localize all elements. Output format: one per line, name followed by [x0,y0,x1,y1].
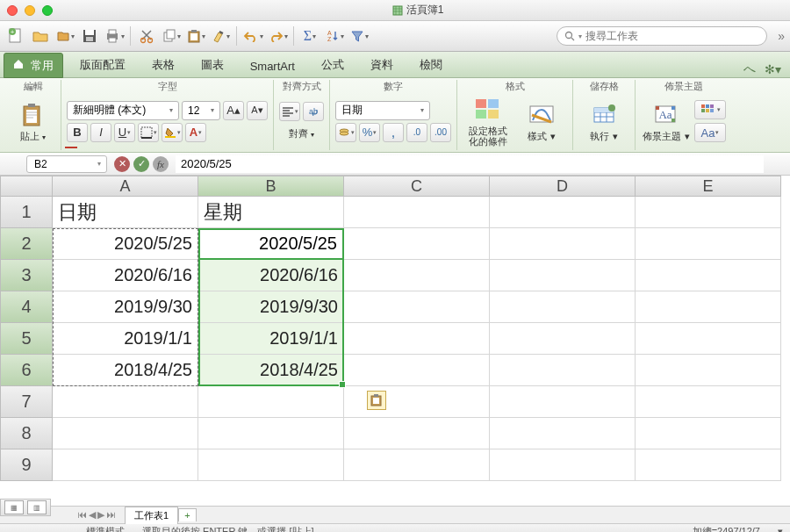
filter-button[interactable] [348,25,370,47]
ribbon-settings-icon[interactable]: ✻▾ [765,62,781,76]
currency-button[interactable] [335,123,356,142]
search-box[interactable]: ▾ [557,26,767,46]
sheet-tab-1[interactable]: 工作表1 [125,507,178,524]
paste-options-button[interactable] [367,391,386,410]
wrap-text-button[interactable]: ab [303,102,324,121]
autosum-button[interactable]: Σ [299,25,320,47]
add-sheet-button[interactable]: + [178,508,196,521]
print-button[interactable] [104,25,125,47]
cell-E7[interactable] [636,386,781,418]
cell-A4[interactable]: 2019/9/30 [53,291,198,323]
cell-A9[interactable] [53,449,198,481]
number-format-combo[interactable]: 日期▾ [335,101,430,120]
cell-B9[interactable] [198,449,344,481]
save-button[interactable] [79,25,100,47]
cell-E6[interactable] [636,355,781,386]
cell-D1[interactable] [490,197,636,228]
cell-C7[interactable] [344,386,490,418]
row-header-4[interactable]: 4 [0,291,53,323]
cell-A2[interactable]: 2020/5/25 [53,228,198,260]
tab-tables[interactable]: 表格 [139,51,188,78]
row-header-3[interactable]: 3 [0,260,53,291]
cell-A1[interactable]: 日期 [53,197,198,228]
cell-C6[interactable] [344,355,490,386]
sheet-nav-first[interactable]: ⏮ [77,509,87,521]
cell-C5[interactable] [344,323,490,355]
font-size-combo[interactable]: 12▾ [182,101,220,120]
row-header-7[interactable]: 7 [0,386,53,418]
percent-button[interactable]: % [359,123,380,142]
themes-button[interactable]: Aa 佈景主題 ▾ [641,99,692,143]
cell-E1[interactable] [636,197,781,228]
underline-button[interactable]: U [114,123,135,142]
search-input[interactable] [585,30,759,42]
cell-C1[interactable] [344,197,490,228]
tab-formulas[interactable]: 公式 [308,51,357,78]
cell-B6[interactable]: 2018/4/25 [198,355,344,386]
theme-fonts-button[interactable]: Aa [694,123,726,142]
undo-button[interactable] [242,25,263,47]
copy-button[interactable] [161,25,182,47]
cell-A5[interactable]: 2019/1/1 [53,323,198,355]
increase-decimal-button[interactable]: .0 [406,123,427,142]
format-painter-button[interactable] [210,25,231,47]
cell-C4[interactable] [344,291,490,323]
cell-C2[interactable] [344,228,490,260]
toolbar-overflow-button[interactable]: » [778,29,785,43]
cell-B5[interactable]: 2019/1/1 [198,323,344,355]
cell-B3[interactable]: 2020/6/16 [198,260,344,291]
styles-button[interactable]: 樣式 ▾ [516,99,567,143]
cell-E4[interactable] [636,291,781,323]
cell-E8[interactable] [636,418,781,449]
tab-smartart[interactable]: SmartArt [237,54,308,78]
increase-font-button[interactable]: A▴ [223,101,244,120]
bold-button[interactable]: B [67,123,88,142]
cell-D7[interactable] [490,386,636,418]
cell-D5[interactable] [490,323,636,355]
comma-button[interactable]: , [383,123,404,142]
normal-view-button[interactable]: ▦ [4,500,24,514]
formula-input[interactable] [176,155,764,173]
cell-C9[interactable] [344,449,490,481]
align-left-button[interactable] [279,102,300,121]
ribbon-collapse-button[interactable]: へ [743,61,756,77]
row-header-6[interactable]: 6 [0,355,53,386]
new-file-button[interactable]: + [5,25,26,47]
cell-E2[interactable] [636,228,781,260]
decrease-font-button[interactable]: A▾ [247,101,268,120]
conditional-format-button[interactable]: 設定格式化的條件 [463,94,514,148]
close-window-button[interactable] [7,5,18,16]
row-header-9[interactable]: 9 [0,449,53,481]
cell-E9[interactable] [636,449,781,481]
cell-D9[interactable] [490,449,636,481]
select-all-corner[interactable] [0,176,53,197]
cancel-edit-button[interactable]: ✕ [114,156,130,172]
cell-E5[interactable] [636,323,781,355]
cell-A8[interactable] [53,418,198,449]
row-header-5[interactable]: 5 [0,323,53,355]
sheet-nav-last[interactable]: ⏭ [106,509,116,521]
fx-button[interactable]: fx [153,156,169,172]
name-box[interactable]: B2▾ [26,155,107,173]
theme-colors-button[interactable] [694,100,726,119]
row-header-2[interactable]: 2 [0,228,53,260]
col-header-D[interactable]: D [490,176,636,197]
row-header-1[interactable]: 1 [0,197,53,228]
confirm-edit-button[interactable]: ✓ [133,156,149,172]
cell-D8[interactable] [490,418,636,449]
tab-home[interactable]: 常用 [4,53,63,78]
open-recent-button[interactable] [54,25,75,47]
cell-D6[interactable] [490,355,636,386]
cell-C8[interactable] [344,418,490,449]
tab-charts[interactable]: 圖表 [188,51,237,78]
cell-B8[interactable] [198,418,344,449]
minimize-window-button[interactable] [25,5,35,16]
maximize-window-button[interactable] [42,5,53,16]
tab-review[interactable]: 檢閱 [406,51,456,78]
cell-D2[interactable] [490,228,636,260]
cut-button[interactable] [136,25,157,47]
redo-button[interactable] [267,25,288,47]
sheet-nav-prev[interactable]: ◀ [89,509,96,521]
cells-action-button[interactable]: 執行 ▾ [578,99,629,143]
status-menu-icon[interactable]: ▾ [778,526,783,532]
